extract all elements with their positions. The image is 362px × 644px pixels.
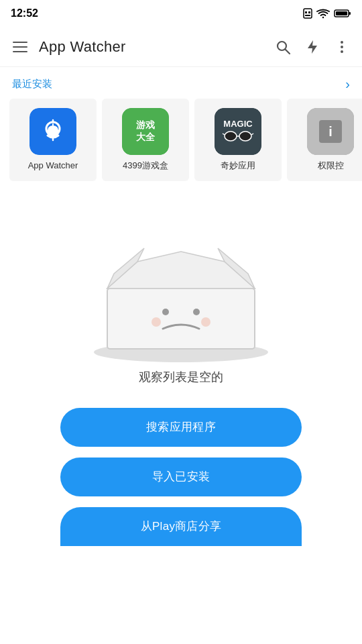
battery-icon [334,9,351,18]
icon-4399: 游戏 大全 [122,108,169,155]
flash-button[interactable] [299,34,326,60]
app-icon: i [307,108,354,155]
svg-rect-16 [51,135,55,137]
list-item[interactable]: MAGIC 奇妙应用 [194,99,282,181]
menu-line [13,51,27,52]
import-installed-label: 导入已安装 [152,469,210,484]
app-title: App Watcher [39,38,264,56]
share-from-play-label: 从Play商店分享 [141,519,222,534]
svg-marker-9 [308,40,317,54]
svg-point-12 [341,50,343,53]
svg-point-11 [341,46,343,48]
svg-text:游戏: 游戏 [136,119,155,130]
wifi-icon [316,9,330,19]
empty-box-illustration [64,201,298,362]
status-icons [303,8,351,19]
action-buttons: 搜索应用程序 导入已安装 从Play商店分享 [0,408,362,546]
svg-rect-5 [349,12,351,15]
empty-state: 观察列表是空的 [0,188,362,408]
recent-title: 最近安装 [12,78,52,91]
status-time: 12:52 [11,7,38,19]
list-item[interactable]: 游戏 大全 4399游戏盒 [102,99,189,181]
search-apps-label: 搜索应用程序 [146,419,216,435]
section-more-button[interactable]: › [345,76,350,92]
svg-point-41 [201,317,210,327]
app-icon: MAGIC [215,108,261,155]
svg-point-24 [239,131,251,141]
svg-rect-21 [215,108,261,155]
svg-marker-35 [107,252,255,288]
svg-text:大全: 大全 [135,131,156,142]
search-icon [275,39,291,55]
appwatcher-icon [29,108,76,155]
app-icon: 游戏 大全 [122,108,169,155]
svg-point-10 [341,41,343,44]
svg-rect-2 [308,11,310,13]
icon-magic: MAGIC [215,108,261,155]
svg-text:MAGIC: MAGIC [223,119,253,129]
flash-icon [304,39,320,55]
svg-point-39 [193,309,200,315]
menu-button[interactable] [7,34,34,60]
recent-section-header: 最近安装 › [0,67,362,99]
empty-state-text: 观察列表是空的 [139,369,223,385]
menu-line [13,46,27,48]
svg-rect-32 [107,288,255,349]
more-icon [334,39,350,55]
svg-point-38 [162,309,169,315]
status-bar: 12:52 [0,0,362,27]
app-name-label: 奇妙应用 [221,160,255,172]
svg-rect-0 [304,9,312,18]
svg-line-8 [286,49,290,54]
icon-permission: i [307,108,354,155]
more-button[interactable] [328,34,355,60]
svg-text:i: i [328,124,333,139]
svg-point-40 [152,317,161,327]
svg-rect-3 [305,15,310,16]
svg-rect-6 [336,11,347,15]
sim-icon [303,8,312,19]
toolbar-actions [269,34,355,60]
list-item[interactable]: App Watcher [9,99,97,181]
svg-rect-1 [305,11,307,13]
svg-point-23 [225,131,237,141]
app-name-label: App Watcher [28,160,78,172]
app-name-label: 权限控 [318,160,344,172]
recent-apps-row: App Watcher 游戏 大全 4399游戏盒 MAGIC [0,99,362,188]
import-installed-button[interactable]: 导入已安装 [60,458,302,496]
list-item[interactable]: i 权限控 [287,99,362,181]
app-icon [29,108,76,155]
search-apps-button[interactable]: 搜索应用程序 [60,408,302,447]
share-from-play-button[interactable]: 从Play商店分享 [60,507,302,546]
app-name-label: 4399游戏盒 [123,160,168,172]
search-button[interactable] [269,34,296,60]
menu-line [13,42,27,43]
toolbar: App Watcher [0,27,362,67]
